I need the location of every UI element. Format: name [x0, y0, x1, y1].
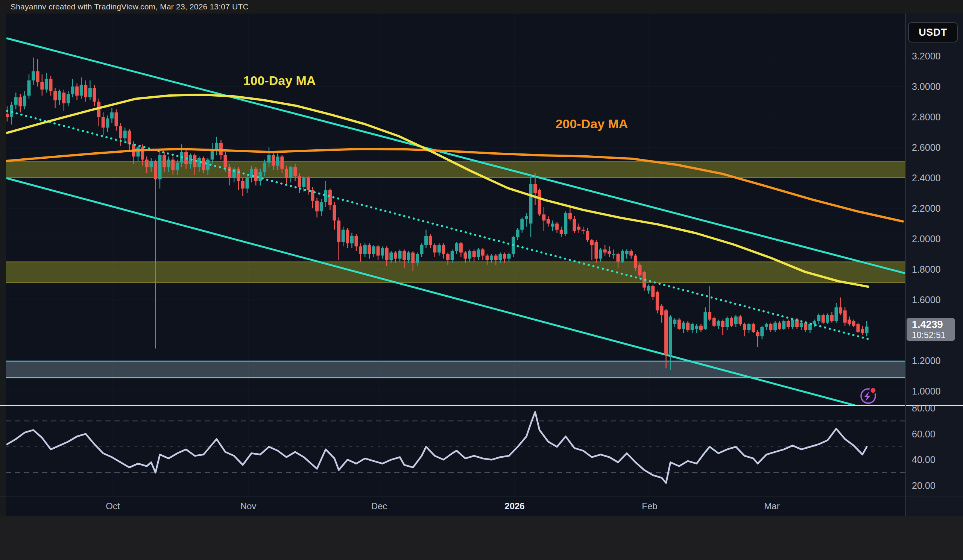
rsi-pane	[6, 412, 905, 483]
price-countdown: 10:52:51	[912, 330, 955, 340]
ma100-line	[7, 95, 868, 286]
price-tick: 3.0000	[912, 81, 940, 92]
time-axis-label: 2026	[504, 501, 524, 511]
ma200-label: 200-Day MA	[556, 117, 628, 131]
gridlines	[6, 13, 905, 497]
rsi-tick: 60.00	[912, 428, 935, 439]
current-price: 1.4239	[912, 319, 955, 330]
time-axis-label: Dec	[371, 501, 387, 511]
ma200-line	[6, 149, 903, 222]
price-tick: 2.6000	[912, 142, 940, 153]
price-tick: 3.2000	[912, 51, 940, 62]
attribution-bar: Shayannv created with TradingView.com, M…	[0, 0, 963, 13]
attribution-text: Shayannv created with TradingView.com, M…	[11, 2, 249, 11]
rsi-tick: 40.00	[912, 454, 935, 465]
candles-layer	[6, 58, 869, 370]
price-tick: 2.8000	[912, 112, 940, 123]
footer-bar: TradingView	[0, 516, 963, 560]
price-tick: 2.2000	[912, 203, 940, 214]
time-axis-label: Nov	[240, 501, 256, 511]
tradingview-chart-screenshot: Shayannv created with TradingView.com, M…	[0, 0, 963, 560]
flash-icon[interactable]	[861, 387, 877, 403]
time-axis-label: Mar	[764, 501, 780, 511]
price-tick: 2.0000	[912, 233, 940, 244]
time-axis-label: Oct	[106, 501, 120, 511]
resistance-zone-mid	[6, 262, 905, 283]
price-chart-canvas[interactable]	[0, 0, 963, 560]
price-tick: 1.0000	[912, 386, 940, 397]
price-tick: 1.6000	[912, 295, 940, 305]
price-tick: 1.2000	[912, 355, 940, 366]
symbol-badge[interactable]: USDT	[908, 22, 958, 42]
price-tick: 1.8000	[912, 264, 940, 275]
rsi-tick: 20.00	[912, 480, 935, 491]
ma100-label: 100-Day MA	[243, 73, 316, 88]
time-axis-label: Feb	[642, 501, 657, 511]
price-pane	[6, 38, 906, 405]
price-tick: 2.4000	[912, 173, 940, 183]
support-zone	[6, 361, 905, 377]
rsi-tick: 80.00	[912, 403, 935, 414]
channel-median	[7, 111, 869, 339]
current-price-badge: 1.4239 10:52:51	[906, 318, 955, 341]
